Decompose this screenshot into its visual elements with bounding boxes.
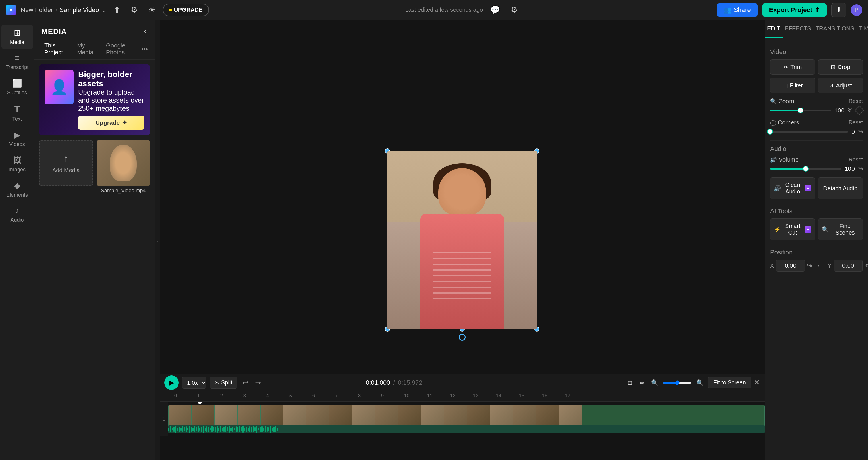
corners-icon: ◯ bbox=[770, 119, 776, 126]
fit-to-screen-button[interactable]: Fit to Screen bbox=[708, 377, 751, 389]
thumb-seg-16 bbox=[513, 405, 536, 427]
sidebar-item-elements[interactable]: ◆ Elements bbox=[1, 177, 33, 202]
rotate-handle[interactable] bbox=[459, 334, 466, 341]
adjust-button[interactable]: ⊿ Adjust bbox=[818, 78, 863, 93]
volume-slider-thumb[interactable] bbox=[803, 166, 809, 172]
play-icon: ▶ bbox=[169, 379, 174, 386]
panel-collapse-button[interactable]: ‹ bbox=[143, 26, 148, 37]
thumb-seg-7 bbox=[307, 405, 330, 427]
tab-this-project[interactable]: This Project bbox=[39, 39, 71, 59]
comment-icon[interactable]: 💬 bbox=[488, 2, 503, 18]
breadcrumb-dropdown-icon[interactable]: ⌄ bbox=[101, 6, 106, 14]
svg-rect-61 bbox=[273, 427, 275, 432]
svg-rect-16 bbox=[196, 427, 197, 431]
svg-rect-57 bbox=[267, 427, 268, 432]
ruler-mark-14: :14 bbox=[495, 393, 501, 402]
volume-slider-track[interactable] bbox=[770, 168, 841, 170]
sidebar-item-text[interactable]: T Text bbox=[1, 100, 33, 126]
pos-link-button[interactable]: ↔ bbox=[815, 261, 824, 270]
svg-rect-13 bbox=[191, 427, 192, 432]
sidebar-item-videos[interactable]: ▶ Videos bbox=[1, 127, 33, 151]
svg-rect-51 bbox=[256, 426, 257, 433]
video-section-title: Video bbox=[770, 48, 863, 56]
ai-tools-section: AI Tools ⚡ Smart Cut ✦ 🔍 Find Scenes bbox=[770, 208, 863, 240]
speed-selector[interactable]: 1.0x 0.5x 1.5x 2.0x bbox=[182, 377, 206, 389]
thumb-seg-14 bbox=[467, 405, 490, 427]
topbar-theme-icon[interactable]: ☀ bbox=[145, 2, 158, 18]
svg-rect-9 bbox=[184, 427, 185, 431]
find-scenes-button[interactable]: 🔍 Find Scenes bbox=[818, 219, 863, 240]
trim-button[interactable]: ✂ Trim bbox=[770, 59, 815, 75]
ai-tools-row: ⚡ Smart Cut ✦ 🔍 Find Scenes bbox=[770, 219, 863, 240]
svg-rect-54 bbox=[261, 426, 262, 432]
pos-y-input[interactable] bbox=[834, 260, 863, 272]
clean-audio-button[interactable]: 🔊 Clean Audio ✦ bbox=[770, 177, 815, 199]
breadcrumb-folder[interactable]: New Folder bbox=[21, 6, 53, 14]
undo-button[interactable]: ↩ bbox=[241, 377, 250, 389]
breadcrumb: New Folder › Sample Video ⌄ bbox=[21, 6, 106, 14]
tab-transitions[interactable]: TRANSITIONS bbox=[813, 20, 857, 38]
smart-cut-button[interactable]: ⚡ Smart Cut ✦ bbox=[770, 219, 815, 240]
timeline-zoom-out-button[interactable]: 🔍 bbox=[694, 377, 706, 389]
redo-button[interactable]: ↪ bbox=[253, 377, 262, 389]
sidebar-item-images[interactable]: 🖼 Images bbox=[1, 152, 33, 176]
video-thumb[interactable] bbox=[96, 140, 151, 186]
main-layout: ⊞ Media ≡ Transcript ⬜ Subtitles T Text … bbox=[0, 20, 868, 460]
tab-timing[interactable]: TIMING bbox=[857, 20, 868, 38]
sidebar-item-transcript[interactable]: ≡ Transcript bbox=[1, 50, 33, 74]
thumb-seg-11 bbox=[398, 405, 421, 427]
svg-rect-52 bbox=[258, 428, 259, 430]
crop-button[interactable]: ⊡ Crop bbox=[818, 59, 863, 75]
share-button[interactable]: 👥 Share bbox=[717, 3, 758, 17]
timeline-fit-button[interactable]: ⇔ bbox=[637, 377, 647, 389]
close-timeline-button[interactable]: ✕ bbox=[754, 378, 760, 387]
zoom-reset-button[interactable]: Reset bbox=[848, 98, 863, 104]
svg-rect-39 bbox=[236, 426, 237, 432]
corners-slider-thumb[interactable] bbox=[767, 129, 773, 135]
sidebar-item-media[interactable]: ⊞ Media bbox=[1, 25, 33, 49]
filter-button[interactable]: ◫ Filter bbox=[770, 78, 815, 93]
detach-audio-button[interactable]: Detach Audio bbox=[818, 177, 863, 199]
timeline-zoom-in-button[interactable]: 🔍 bbox=[649, 377, 661, 389]
zoom-keyframe-button[interactable] bbox=[855, 106, 864, 115]
panel-resize-handle[interactable]: ⋮ bbox=[155, 20, 160, 460]
breadcrumb-project[interactable]: Sample Video bbox=[60, 6, 99, 14]
zoom-slider-track[interactable] bbox=[770, 110, 831, 111]
tab-effects[interactable]: EFFECTS bbox=[783, 20, 813, 38]
svg-rect-53 bbox=[260, 427, 261, 432]
upgrade-button[interactable]: UPGRADE bbox=[163, 4, 209, 16]
export-button[interactable]: Export Project ⬆ bbox=[762, 3, 827, 17]
playhead[interactable] bbox=[200, 402, 200, 436]
play-button[interactable]: ▶ bbox=[164, 375, 179, 390]
split-button[interactable]: ✂ Split bbox=[210, 377, 237, 389]
download-button[interactable]: ⬇ bbox=[831, 3, 846, 17]
video-track[interactable] bbox=[168, 404, 765, 428]
timeline-snap-button[interactable]: ⊞ bbox=[625, 377, 635, 389]
corners-reset-button[interactable]: Reset bbox=[848, 119, 863, 126]
volume-reset-button[interactable]: Reset bbox=[848, 156, 863, 163]
tab-edit[interactable]: EDIT bbox=[765, 20, 783, 38]
video-thumbnail-item[interactable]: Sample_Video.mp4 bbox=[96, 140, 151, 194]
topbar-settings-icon[interactable]: ⚙ bbox=[128, 2, 141, 18]
upgrade-banner-button[interactable]: Upgrade ✦ bbox=[78, 116, 145, 130]
person-head bbox=[438, 168, 486, 215]
sidebar-item-audio[interactable]: ♪ Audio bbox=[1, 203, 33, 227]
add-media-button[interactable]: ↑ Add Media bbox=[39, 140, 93, 186]
pos-x-input[interactable] bbox=[776, 260, 805, 272]
crop-icon: ⊡ bbox=[831, 63, 836, 70]
zoom-slider-thumb[interactable] bbox=[798, 108, 803, 113]
media-more-button[interactable]: ••• bbox=[139, 39, 150, 59]
topbar-gear-icon[interactable]: ⚙ bbox=[508, 2, 521, 18]
ruler-mark-5: :5 bbox=[288, 393, 292, 402]
corners-slider-track[interactable] bbox=[770, 131, 848, 133]
thumb-seg-18 bbox=[559, 405, 582, 427]
volume-slider-header: 🔊 Volume Reset bbox=[770, 156, 863, 163]
media-content: 👤 Bigger, bolder assets Upgrade to uploa… bbox=[34, 59, 155, 460]
sidebar-item-subtitles[interactable]: ⬜ Subtitles bbox=[1, 75, 33, 99]
tab-google-photos[interactable]: Google Photos bbox=[101, 39, 138, 59]
share-upload-icon[interactable]: ⬆ bbox=[111, 2, 123, 18]
timeline-zoom-slider[interactable] bbox=[663, 380, 692, 385]
ruler-mark-16: :16 bbox=[540, 393, 548, 402]
breadcrumb-sep: › bbox=[55, 6, 57, 14]
tab-my-media[interactable]: My Media bbox=[72, 39, 100, 59]
